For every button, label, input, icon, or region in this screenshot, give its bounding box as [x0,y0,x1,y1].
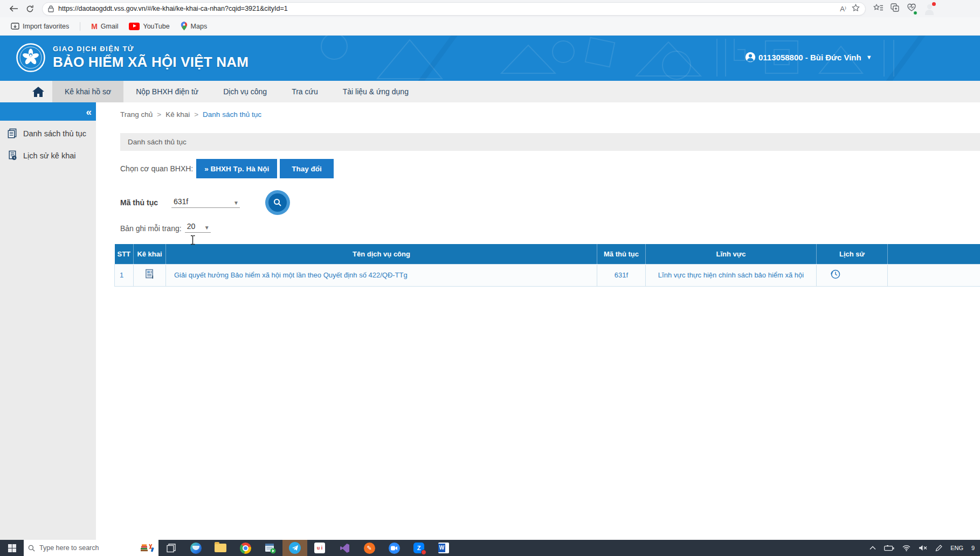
row-declare-cell [134,264,166,286]
taskbar-app-zoom[interactable] [382,540,406,556]
browser-essentials-icon[interactable] [907,3,916,14]
clock[interactable]: 9 [971,545,980,551]
sidebar-collapse-strip: « [0,102,96,121]
home-icon [32,87,44,97]
user-name: 0113058800 - Bùi Đức Vinh [758,53,861,62]
favorite-star-icon[interactable] [852,4,860,14]
address-bar[interactable]: https://daotaogddt.vss.gov.vn/#/ke-khai/… [42,2,866,16]
breadcrumb-trang-chu[interactable]: Trang chủ [120,110,153,119]
sidebar-item-danh-sach-thu-tuc[interactable]: Danh sách thủ tục [0,124,96,143]
nav-ke-khai-ho-so[interactable]: Kê khai hồ sơ [52,81,123,102]
pencil-app-icon: ✎ [364,543,375,554]
agency-row: Chọn cơ quan BHXH: » BHXH Tp. Hà Nội Tha… [120,159,980,178]
main-nav: Kê khai hồ sơ Nộp BHXH điện tử Dịch vụ c… [0,81,980,102]
search-placeholder: Type here to search [39,544,99,552]
taskbar-app-telegram[interactable] [282,540,307,556]
taskbar-app-chrome[interactable] [233,540,258,556]
vss-logo [16,43,45,72]
table-header-row: STT Kê khai Tên dịch vụ công Mã thủ tục … [115,244,980,264]
collections-icon[interactable] [891,3,900,14]
notification-badge [421,550,426,555]
taskbar: Type here to search u i ✎ [0,540,980,556]
system-tray: ENG 9 [869,540,980,556]
app-title: BẢO HIỂM XÃ HỘI VIỆT NAM [53,54,249,71]
collapse-sidebar-icon[interactable]: « [86,107,91,117]
favorite-maps[interactable]: Maps [177,20,211,32]
pen-icon[interactable] [935,545,942,552]
divider [80,22,80,31]
import-favorites-icon [11,23,19,30]
maps-icon [181,22,188,31]
read-aloud-icon[interactable]: A⁾ [840,5,846,13]
windows-icon [8,544,16,552]
history-clock-icon[interactable] [831,269,840,279]
agency-value-button[interactable]: » BHXH Tp. Hà Nội [196,159,277,178]
taskbar-app-zalo[interactable]: Z [406,540,431,556]
app-subtitle: GIAO DỊCH ĐIỆN TỬ [53,45,249,53]
search-button[interactable] [265,190,290,215]
start-button[interactable] [0,540,24,556]
nav-tai-lieu-ung-dung[interactable]: Tài liệu & ứng dụng [330,81,421,102]
col-ten-dich-vu-cong: Tên dịch vụ công [166,244,597,264]
file-explorer-icon [215,544,226,552]
change-agency-button[interactable]: Thay đổi [280,159,334,178]
word-icon [438,543,449,553]
profile-avatar[interactable] [923,3,935,15]
site-header: GIAO DỊCH ĐIỆN TỬ BẢO HIỂM XÃ HỘI VIỆT N… [0,36,980,81]
youtube-icon [129,23,140,30]
import-favorites-button[interactable]: Import favorites [8,21,72,32]
nav-home[interactable] [24,81,52,102]
agency-label: Chọn cơ quan BHXH: [120,164,193,173]
taskbar-app-ssms[interactable] [258,540,282,556]
favorites-bar-icon[interactable] [873,4,884,14]
taskbar-app-edge[interactable] [183,540,208,556]
taskbar-app-visual-studio[interactable] [332,540,357,556]
hidden-icons-chevron[interactable] [869,546,876,550]
taskbar-search[interactable]: Type here to search [24,540,158,556]
zoom-icon [389,543,400,554]
browser-toolbar: https://daotaogddt.vss.gov.vn/#/ke-khai/… [0,0,980,17]
ultraviewer-icon: u i [314,543,325,553]
col-ma-thu-tuc: Mã thủ tục [597,244,646,264]
search-icon [28,545,35,552]
nav-tra-cuu[interactable]: Tra cứu [279,81,330,102]
search-icon [273,198,282,207]
favorite-gmail[interactable]: M Gmail [88,20,121,32]
sidebar: « Danh sách thủ tục Lịch sử kê khai [0,102,96,540]
back-icon[interactable] [5,2,22,16]
col-extra [888,244,980,264]
history-doc-icon [7,150,17,161]
user-menu[interactable]: 0113058800 - Bùi Đức Vinh ▼ [745,52,872,62]
url-text[interactable]: https://daotaogddt.vss.gov.vn/#/ke-khai/… [58,5,840,12]
taskbar-app-pencil[interactable]: ✎ [357,540,382,556]
breadcrumb-ke-khai[interactable]: Kê khai [165,110,190,119]
lock-icon[interactable] [48,5,54,12]
taskbar-app-word[interactable] [431,540,456,556]
pagesize-select[interactable]: 20 ▼ [185,222,211,233]
procedure-list-icon [7,128,17,138]
task-view-button[interactable] [158,540,183,556]
wifi-icon[interactable] [902,545,910,551]
sidebar-item-lich-su-ke-khai[interactable]: Lịch sử kê khai [0,146,96,165]
screen: https://daotaogddt.vss.gov.vn/#/ke-khai/… [0,0,980,556]
service-link[interactable]: Giải quyết hưởng Bảo hiểm xã hội một lần… [174,271,408,279]
taskbar-app-ultraviewer[interactable]: u i [307,540,332,556]
nav-dich-vu-cong[interactable]: Dịch vụ công [211,81,279,102]
refresh-icon[interactable] [22,2,38,16]
language-indicator[interactable]: ENG [950,545,963,551]
row-stt: 1 [115,264,134,286]
favorite-youtube[interactable]: YouTube [126,21,172,32]
row-field: Lĩnh vực thực hiện chính sách bảo hiểm x… [646,264,817,286]
volume-muted-icon[interactable] [919,545,927,551]
breadcrumb-danh-sach-thu-tuc: Danh sách thủ tục [203,110,261,119]
gmail-icon: M [91,22,98,31]
taskbar-app-explorer[interactable] [208,540,233,556]
procedure-code-select[interactable]: 631f ▼ [171,197,240,208]
col-ke-khai: Kê khai [134,244,166,264]
battery-icon[interactable] [884,545,894,551]
content: Trang chủ > Kê khai > Danh sách thủ tục … [96,102,980,540]
nav-nop-bhxh-dien-tu[interactable]: Nộp BHXH điện tử [123,81,211,102]
row-service-name: Giải quyết hưởng Bảo hiểm xã hội một lần… [166,264,597,286]
declare-form-icon[interactable] [144,269,155,280]
visual-studio-icon [340,543,350,553]
